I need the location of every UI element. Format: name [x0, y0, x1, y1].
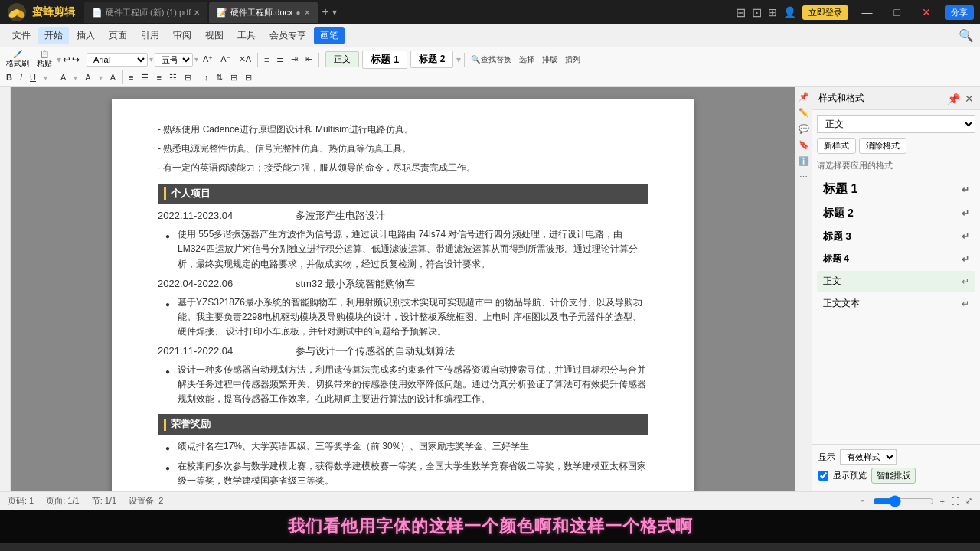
- normal-apply-icon[interactable]: ↵: [962, 276, 969, 287]
- search-icon[interactable]: 🔍: [959, 28, 974, 43]
- format-painter-btn[interactable]: 🖌️ 格式刷: [3, 50, 32, 69]
- increase-indent-btn[interactable]: ⇥: [288, 53, 301, 66]
- font-select[interactable]: Arial: [87, 53, 148, 67]
- menu-vip[interactable]: 会员专享: [263, 27, 312, 44]
- menu-ref[interactable]: 引用: [135, 27, 165, 44]
- new-style-btn[interactable]: 新样式: [817, 138, 856, 154]
- menu-view[interactable]: 视图: [199, 27, 230, 44]
- clear-format-btn[interactable]: ✕A: [236, 53, 254, 66]
- tool-bookmark-icon[interactable]: 🔖: [797, 139, 811, 152]
- paste-dropdown[interactable]: ▾: [57, 54, 61, 65]
- normal-text-apply-icon[interactable]: ↵: [962, 298, 969, 309]
- menu-brush[interactable]: 画笔: [314, 27, 345, 44]
- para-spacing-btn[interactable]: ⇅: [213, 71, 226, 84]
- style-more-icon[interactable]: ▾: [456, 54, 461, 65]
- toolbar-sep1: [83, 53, 83, 67]
- style-option-normal[interactable]: 正文 ↵: [817, 271, 975, 292]
- align-right-btn[interactable]: ≡: [153, 71, 164, 83]
- tab-add-button[interactable]: +: [322, 5, 329, 19]
- style-option-heading4[interactable]: 标题 4 ↵: [817, 249, 975, 269]
- heading3-label: 标题 3: [823, 230, 851, 243]
- tab-docx[interactable]: 📝 硬件工程师.docx ● ✕: [209, 2, 317, 23]
- style-option-heading3[interactable]: 标题 3 ↵: [817, 226, 975, 247]
- win-minimize[interactable]: —: [854, 6, 880, 18]
- tab-docx-x[interactable]: ✕: [304, 8, 310, 17]
- menu-file[interactable]: 文件: [6, 27, 37, 44]
- numbered-list-btn[interactable]: ≣: [273, 53, 286, 66]
- project-1-header: 2022.11-2023.04 多波形产生电路设计: [158, 208, 648, 224]
- font-size-select[interactable]: 五号: [155, 53, 193, 67]
- style-option-heading2[interactable]: 标题 2 ↵: [817, 203, 975, 224]
- zoom-in-btn[interactable]: +: [940, 497, 945, 506]
- share-button[interactable]: 分享: [945, 5, 974, 20]
- distributed-btn[interactable]: ⊟: [181, 71, 194, 84]
- zoom-slider[interactable]: [873, 495, 934, 507]
- win-close[interactable]: ✕: [914, 6, 939, 18]
- menu-start[interactable]: 开始: [38, 27, 69, 44]
- zoom-fullscreen-btn[interactable]: ⛶: [951, 497, 959, 506]
- align-center-btn[interactable]: ☰: [138, 71, 152, 84]
- text-effect-btn[interactable]: A: [107, 71, 119, 83]
- tab-dropdown-icon[interactable]: ▾: [332, 7, 337, 18]
- italic-btn[interactable]: I: [17, 71, 25, 83]
- honor-1-item: ● 绩点排名在17%、大学英语四级、三等奖学金（前 30%）、国家励志奖学金、三…: [158, 439, 648, 455]
- tool-pin-icon[interactable]: 📌: [797, 90, 811, 103]
- style-h2-btn[interactable]: 标题 2: [410, 51, 453, 68]
- format-btn[interactable]: 排版: [539, 53, 560, 67]
- tab-docx-close[interactable]: ●: [296, 8, 301, 17]
- show-label: 显示: [818, 452, 835, 463]
- tool-edit-icon[interactable]: ✏️: [797, 106, 811, 119]
- tool-info-icon[interactable]: ℹ️: [797, 155, 811, 168]
- zoom-out-btn[interactable]: －: [858, 495, 867, 507]
- undo-icon[interactable]: ↩: [63, 54, 70, 65]
- doc-scroll-area[interactable]: - 熟练使用 Cadence进行原理图设计和 Multisim进行电路仿真。 -…: [11, 87, 795, 491]
- insert-col-btn[interactable]: 插列: [562, 53, 583, 67]
- section-personal-projects: 个人项目: [158, 184, 648, 204]
- tab-pdf-close[interactable]: ✕: [194, 8, 200, 17]
- heading3-apply-icon[interactable]: ↵: [962, 231, 969, 242]
- decrease-indent-btn[interactable]: ⇤: [302, 53, 315, 66]
- heading2-apply-icon[interactable]: ↵: [962, 208, 969, 219]
- find-replace-btn[interactable]: 🔍 查找替换: [468, 53, 514, 67]
- zoom-arrows-btn[interactable]: ⤢: [965, 496, 972, 506]
- underline-btn[interactable]: U: [27, 71, 39, 83]
- heading1-apply-icon[interactable]: ↵: [962, 184, 969, 195]
- menu-page[interactable]: 页面: [103, 27, 133, 44]
- tool-comment-icon[interactable]: 💬: [797, 122, 811, 135]
- highlight-btn[interactable]: A: [82, 71, 93, 83]
- font-increase-btn[interactable]: A⁺: [200, 53, 216, 66]
- style-option-heading1[interactable]: 标题 1 ↵: [817, 178, 975, 201]
- bullet-list-btn[interactable]: ≡: [261, 54, 272, 66]
- preview-checkbox[interactable]: [818, 471, 828, 481]
- line-spacing-btn[interactable]: ↕: [201, 71, 212, 83]
- smart-format-btn[interactable]: 智能排版: [871, 468, 916, 484]
- column-btn[interactable]: ⊞: [227, 71, 240, 84]
- menu-review[interactable]: 审阅: [167, 27, 198, 44]
- paste-btn[interactable]: 📋 粘贴: [34, 50, 55, 69]
- clear-style-btn[interactable]: 消除格式: [859, 138, 906, 154]
- tool-more-icon[interactable]: ⋯: [798, 171, 809, 184]
- font-dropdown-icon[interactable]: ▾: [149, 55, 153, 64]
- login-button[interactable]: 立即登录: [802, 5, 848, 20]
- font-color-btn[interactable]: A: [57, 71, 69, 83]
- current-style-select[interactable]: 正文: [817, 115, 975, 133]
- table-btn[interactable]: ⊟: [242, 71, 255, 84]
- align-left-btn[interactable]: ≡: [126, 71, 136, 83]
- size-dropdown-icon[interactable]: ▾: [194, 55, 198, 64]
- menu-insert[interactable]: 插入: [70, 27, 101, 44]
- bold-btn[interactable]: B: [3, 71, 15, 83]
- win-maximize[interactable]: □: [887, 6, 908, 18]
- panel-close-icon[interactable]: ✕: [965, 93, 974, 105]
- panel-pin-icon[interactable]: 📌: [947, 93, 960, 105]
- style-option-normal-text[interactable]: 正文文本 ↵: [817, 293, 975, 314]
- align-justify-btn[interactable]: ☷: [166, 71, 180, 84]
- heading4-apply-icon[interactable]: ↵: [962, 254, 969, 265]
- style-h1-btn[interactable]: 标题 1: [362, 51, 407, 69]
- select-btn[interactable]: 选择: [516, 53, 537, 67]
- redo-icon[interactable]: ↪: [72, 54, 80, 65]
- font-decrease-btn[interactable]: A⁻: [217, 53, 234, 66]
- tab-pdf[interactable]: 📄 硬件工程师 (新) (1).pdf ✕: [84, 2, 207, 23]
- style-normal-btn[interactable]: 正文: [325, 51, 359, 67]
- menu-tools[interactable]: 工具: [231, 27, 262, 44]
- show-select[interactable]: 有效样式: [840, 449, 897, 465]
